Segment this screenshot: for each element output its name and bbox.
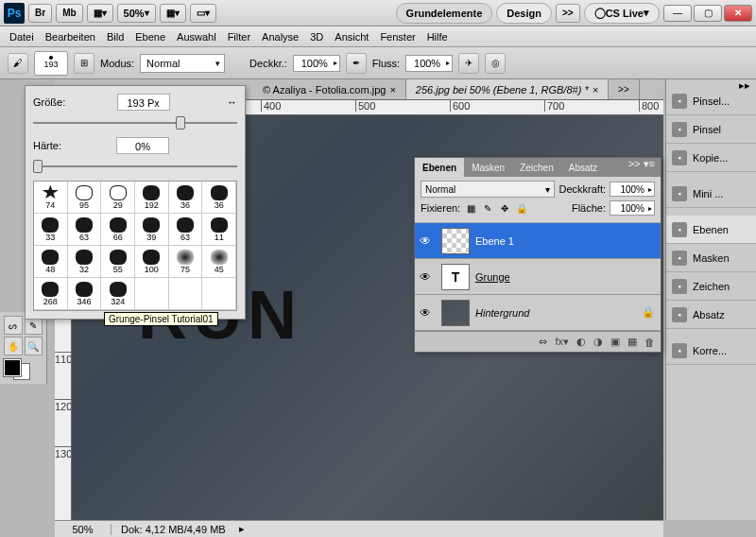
panel-menu-icon[interactable]: >> ▾≡ xyxy=(623,158,661,177)
panel-tab-masken[interactable]: Masken xyxy=(464,158,512,177)
brush-preset[interactable]: 95 xyxy=(68,182,102,214)
cslive-button[interactable]: ◯ CS Live ▾ xyxy=(584,3,660,24)
brush-preset[interactable]: 39 xyxy=(135,214,169,246)
hardness-slider[interactable] xyxy=(33,160,237,173)
brush-preset[interactable]: 75 xyxy=(169,246,203,278)
blend-mode-dropdown[interactable]: Normal xyxy=(140,54,225,73)
layer-fx-icon[interactable]: fx▾ xyxy=(555,336,569,348)
brush-preset[interactable]: 55 xyxy=(101,246,135,278)
layer-row[interactable]: 👁Hintergrund🔒 xyxy=(415,295,661,331)
dock-masken[interactable]: ▪Masken xyxy=(666,244,756,272)
brush-grid[interactable]: 7495291923636336366396311483255100754526… xyxy=(33,181,237,311)
flow-input[interactable]: 100% xyxy=(405,55,453,72)
brush-preset-picker[interactable]: 193 xyxy=(34,51,68,76)
workspace-more[interactable]: >> xyxy=(556,4,580,23)
workspace-design[interactable]: Design xyxy=(496,3,552,24)
menu-3d[interactable]: 3D xyxy=(310,31,323,43)
layer-mask-icon[interactable]: ◐ xyxy=(576,336,586,348)
layer-row[interactable]: 👁Ebene 1 xyxy=(415,223,661,259)
menu-fenster[interactable]: Fenster xyxy=(380,31,415,43)
lock-transparency-icon[interactable]: ▦ xyxy=(464,201,477,215)
doc-tab[interactable]: © Azaliya - Fotolia.com.jpg× xyxy=(253,79,406,99)
screenmode-button[interactable]: ▭▾ xyxy=(190,4,216,23)
dock-pinsel[interactable]: ▪Pinsel xyxy=(666,115,756,144)
close-icon[interactable]: × xyxy=(593,84,598,95)
brush-preset[interactable]: 63 xyxy=(68,214,102,246)
color-swatches[interactable] xyxy=(4,359,30,380)
window-maximize[interactable]: ▢ xyxy=(694,5,722,22)
brush-preset[interactable]: 346 xyxy=(68,278,102,310)
dock-ebenen[interactable]: ▪Ebenen xyxy=(666,216,756,244)
layer-opacity-input[interactable]: 100% xyxy=(610,182,655,197)
size-input[interactable]: 193 Px xyxy=(117,94,170,111)
panel-tab-ebenen[interactable]: Ebenen xyxy=(415,158,464,177)
link-layers-icon[interactable]: ⇔ xyxy=(539,336,547,348)
menu-analyse[interactable]: Analyse xyxy=(262,31,299,43)
doc-tab[interactable]: 256.jpg bei 50% (Ebene 1, RGB/8#) *× xyxy=(406,79,609,99)
zoom-tool[interactable]: 🔍 xyxy=(25,337,43,355)
menu-datei[interactable]: Datei xyxy=(9,31,34,43)
brush-preset[interactable]: 32 xyxy=(68,246,102,278)
workspace-grundelemente[interactable]: Grundelemente xyxy=(396,3,493,24)
brush-preset[interactable]: 36 xyxy=(202,182,236,214)
brush-preset[interactable]: 11 xyxy=(202,214,236,246)
menu-bild[interactable]: Bild xyxy=(107,31,124,43)
hand-tool[interactable]: ✋ xyxy=(4,337,23,355)
brush-preset[interactable]: 33 xyxy=(34,214,68,246)
lock-position-icon[interactable]: ✥ xyxy=(498,201,511,215)
menu-ansicht[interactable]: Ansicht xyxy=(335,31,369,43)
opacity-pressure-icon[interactable]: ✒ xyxy=(346,53,367,74)
dock-pinsel[interactable]: ▪Pinsel... xyxy=(666,87,756,115)
brush-preset[interactable]: 63 xyxy=(169,214,203,246)
tablet-pressure-icon[interactable]: ◎ xyxy=(485,53,506,74)
layer-group-icon[interactable]: ▣ xyxy=(610,336,620,348)
menu-hilfe[interactable]: Hilfe xyxy=(427,31,448,43)
layer-fill-input[interactable]: 100% xyxy=(610,200,655,216)
zoom-dropdown[interactable]: 50% ▾ xyxy=(117,4,156,23)
menu-auswahl[interactable]: Auswahl xyxy=(177,31,216,43)
dock-kopie[interactable]: ▪Kopie... xyxy=(666,144,756,172)
visibility-icon[interactable]: 👁 xyxy=(415,306,436,320)
brush-preset[interactable]: 74 xyxy=(34,182,68,214)
lock-paint-icon[interactable]: ✎ xyxy=(481,201,494,215)
brush-preset[interactable]: 100 xyxy=(135,246,169,278)
dock-mini[interactable]: ▪Mini ... xyxy=(666,180,756,208)
brush-preset[interactable]: 192 xyxy=(135,182,169,214)
mini-bridge-button[interactable]: Mb xyxy=(56,4,82,23)
lock-all-icon[interactable]: 🔒 xyxy=(515,201,528,215)
brush-preset[interactable]: 268 xyxy=(34,278,68,310)
layer-row[interactable]: 👁TGrunge xyxy=(415,259,661,295)
size-slider[interactable] xyxy=(33,116,237,130)
close-icon[interactable]: × xyxy=(389,84,395,95)
brush-preset[interactable] xyxy=(202,278,236,310)
brush-preset[interactable] xyxy=(169,278,203,310)
brush-preset[interactable]: 45 xyxy=(202,246,236,278)
visibility-icon[interactable]: 👁 xyxy=(415,234,436,248)
dock-zeichen[interactable]: ▪Zeichen xyxy=(666,272,756,301)
brush-panel-toggle[interactable]: ⊞ xyxy=(74,53,94,74)
panel-tab-absatz[interactable]: Absatz xyxy=(561,158,606,177)
menu-filter[interactable]: Filter xyxy=(228,31,250,43)
dock-korre[interactable]: ▪Korre... xyxy=(666,337,756,365)
brush-preset[interactable]: 29 xyxy=(101,182,135,214)
airbrush-icon[interactable]: ✈ xyxy=(458,53,479,74)
hardness-input[interactable]: 0% xyxy=(116,137,169,154)
bridge-button[interactable]: Br xyxy=(28,4,52,23)
viewmode-button[interactable]: ▦▾ xyxy=(87,4,113,23)
dock-absatz[interactable]: ▪Absatz xyxy=(666,301,756,329)
lasso-tool[interactable]: ᔕ xyxy=(4,316,23,335)
flip-icon[interactable]: ↔ xyxy=(227,96,237,108)
window-minimize[interactable]: — xyxy=(663,5,692,22)
new-layer-icon[interactable]: ▦ xyxy=(627,336,637,348)
tool-brush-icon[interactable]: 🖌 xyxy=(8,53,28,74)
brush-preset[interactable]: 324 xyxy=(101,278,135,310)
opacity-input[interactable]: 100% xyxy=(293,55,340,72)
window-close[interactable]: ✕ xyxy=(724,5,752,22)
menu-bearbeiten[interactable]: Bearbeiten xyxy=(45,31,95,43)
visibility-icon[interactable]: 👁 xyxy=(415,270,436,284)
brush-preset[interactable]: 66 xyxy=(101,214,135,246)
panel-tab-zeichen[interactable]: Zeichen xyxy=(512,158,561,177)
status-zoom[interactable]: 50% xyxy=(55,524,112,535)
tab-overflow[interactable]: >> xyxy=(609,79,640,99)
delete-layer-icon[interactable]: 🗑 xyxy=(644,337,655,348)
